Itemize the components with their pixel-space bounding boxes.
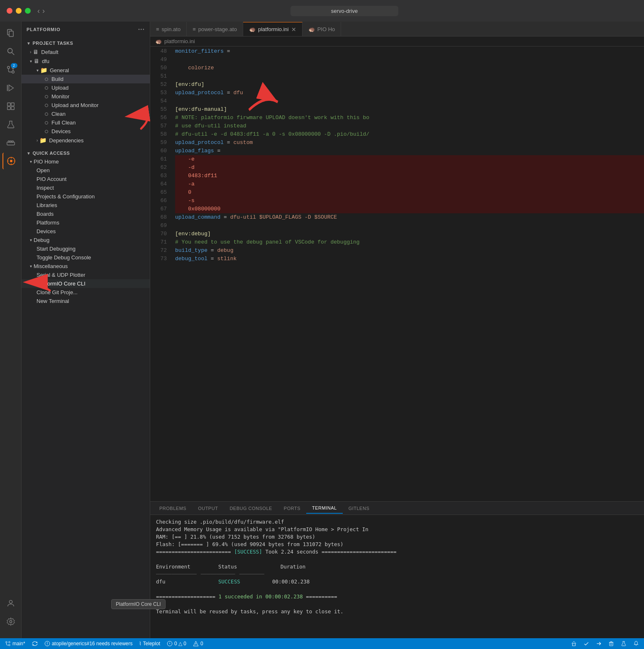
tree-default[interactable]: › 🖥 Default xyxy=(22,47,150,56)
status-branch[interactable]: main* xyxy=(5,641,25,647)
line-num: 59 xyxy=(150,139,167,147)
tree-miscellaneous[interactable]: ▾ Miscellaneous xyxy=(22,262,150,271)
minimize-button[interactable] xyxy=(16,8,22,14)
source-control-badge: 2 xyxy=(11,63,17,68)
activity-platformio[interactable] xyxy=(2,153,19,169)
line-num: 68 xyxy=(150,213,167,222)
tree-item-label: Inspect xyxy=(37,185,54,191)
tab-output[interactable]: OUTPUT xyxy=(192,503,224,513)
activity-flask[interactable] xyxy=(2,116,19,133)
cell-env: dfu xyxy=(156,578,218,586)
status-errors[interactable]: atopile/generics#16 needs reviewers xyxy=(44,641,133,647)
activity-account[interactable] xyxy=(2,595,19,612)
tab-ports[interactable]: PORTS xyxy=(278,503,306,513)
section-project-tasks: ▼ PROJECT TASKS xyxy=(22,37,150,47)
line-num: 67 xyxy=(150,205,167,213)
code-line: monitor_filters = xyxy=(175,47,644,56)
tab-spin-ato[interactable]: ≡ spin.ato xyxy=(150,22,187,36)
terminal-content: Checking size .pio/build/dfu/firmware.el… xyxy=(150,515,644,638)
code-editor[interactable]: 48 49 50 51 52 53 54 55 56 57 58 59 60 6… xyxy=(150,46,644,501)
tab-label: platformio.ini xyxy=(258,26,289,32)
status-teleplot[interactable]: ⌇ Teleplot xyxy=(139,641,160,647)
activity-settings[interactable] xyxy=(2,613,19,630)
tree-general[interactable]: ▾ 📁 General xyxy=(22,66,150,75)
tree-new-terminal[interactable]: New Terminal xyxy=(22,297,150,305)
tree-boards[interactable]: Boards xyxy=(22,210,150,218)
tab-power-stage[interactable]: ≡ power-stage.ato xyxy=(187,22,243,36)
nav-forward-button[interactable]: › xyxy=(42,7,45,15)
tree-debug[interactable]: ▾ Debug xyxy=(22,236,150,244)
tree-monitor[interactable]: Monitor xyxy=(22,92,150,101)
tab-gitlens[interactable]: GITLENS xyxy=(343,503,376,513)
terminal-area: PROBLEMS OUTPUT DEBUG CONSOLE PORTS TERM… xyxy=(150,501,644,638)
tab-close-icon[interactable]: ✕ xyxy=(291,26,296,33)
tree-libraries[interactable]: Libraries xyxy=(22,201,150,210)
code-line: upload_command = dfu-util $UPLOAD_FLAGS … xyxy=(175,213,644,222)
code-line: [env:dfu-manual] xyxy=(175,105,644,114)
tree-item-label: Upload and Monitor xyxy=(51,102,98,108)
cell-duration: 00:00:02.238 xyxy=(272,578,334,586)
maximize-button[interactable] xyxy=(25,8,31,14)
code-line: -e xyxy=(175,155,644,163)
tree-start-debugging[interactable]: Start Debugging xyxy=(22,244,150,253)
tree-toggle-debug[interactable]: Toggle Debug Console xyxy=(22,253,150,262)
tree-dependencies[interactable]: › 📁 Dependencies xyxy=(22,136,150,145)
sidebar-more-icon[interactable]: ··· xyxy=(138,26,145,33)
tab-platformio-ini[interactable]: 🦔 platformio.ini ✕ xyxy=(243,22,302,36)
tab-problems[interactable]: PROBLEMS xyxy=(154,503,192,513)
activity-run[interactable] xyxy=(2,80,19,96)
tab-pio-home[interactable]: 🦔 PIO Ho xyxy=(302,22,342,36)
tree-projects-config[interactable]: Projects & Configuration xyxy=(22,192,150,201)
tree-platforms[interactable]: Platforms xyxy=(22,218,150,227)
activity-extensions[interactable] xyxy=(2,98,19,115)
tree-full-clean[interactable]: Full Clean xyxy=(22,118,150,127)
code-line: 0 xyxy=(175,188,644,197)
status-issues[interactable]: 0 △ 0 xyxy=(167,641,186,647)
status-bell-icon[interactable] xyxy=(633,641,639,647)
col-environment: Environment xyxy=(156,563,218,571)
tree-clone-git[interactable]: Clone Git Proje... xyxy=(22,288,150,297)
tree-upload[interactable]: Upload xyxy=(22,83,150,92)
status-warnings[interactable]: 0 xyxy=(193,641,203,647)
activity-search[interactable] xyxy=(2,43,19,60)
activity-docker[interactable] xyxy=(2,134,19,151)
tree-pio-home[interactable]: ▾ PIO Home xyxy=(22,157,150,166)
nav-back-button[interactable]: ‹ xyxy=(37,7,40,15)
status-arrow-icon[interactable] xyxy=(596,641,602,647)
tree-item-label: Devices xyxy=(37,228,56,234)
tree-dfu[interactable]: ▾ 🖥 dfu xyxy=(22,56,150,66)
tab-terminal[interactable]: TERMINAL xyxy=(306,503,343,514)
tree-devices-general[interactable]: Devices xyxy=(22,127,150,136)
tree-upload-and-monitor[interactable]: Upload and Monitor xyxy=(22,101,150,110)
terminal-line xyxy=(156,600,638,608)
warnings-label: 0 xyxy=(200,641,203,647)
status-flask-icon[interactable] xyxy=(621,641,627,647)
code-line: 0483:df11 xyxy=(175,172,644,180)
terminal-line: ======================== [SUCCESS] Took … xyxy=(156,548,638,556)
tree-open[interactable]: Open xyxy=(22,166,150,175)
line-num: 52 xyxy=(150,81,167,89)
tab-icon: ≡ xyxy=(193,26,196,32)
tree-clean[interactable]: Clean xyxy=(22,110,150,118)
svg-point-32 xyxy=(6,642,7,643)
tree-pio-account[interactable]: PIO Account xyxy=(22,175,150,183)
tree-build[interactable]: Build xyxy=(22,75,150,83)
status-check-icon[interactable] xyxy=(583,641,589,647)
activity-explorer[interactable] xyxy=(2,25,19,41)
tree-serial-plotter[interactable]: Serial & UDP Plotter xyxy=(22,271,150,279)
status-trash-icon[interactable] xyxy=(608,641,614,647)
activity-source-control[interactable]: 2 xyxy=(2,61,19,78)
tree-platformio-core-cli[interactable]: PlatformIO Core CLI xyxy=(22,279,150,288)
title-search-input[interactable] xyxy=(290,6,398,16)
title-bar: ‹ › xyxy=(0,0,644,22)
tree-item-label: Dependencies xyxy=(49,137,83,144)
status-sync[interactable] xyxy=(32,641,38,647)
tree-inspect[interactable]: Inspect xyxy=(22,183,150,192)
tree-devices-quick[interactable]: Devices xyxy=(22,227,150,236)
tab-icon: 🦔 xyxy=(249,26,256,32)
close-button[interactable] xyxy=(7,8,12,14)
line-num: 71 xyxy=(150,238,167,246)
status-home-icon[interactable] xyxy=(571,641,577,647)
tab-debug-console[interactable]: DEBUG CONSOLE xyxy=(224,503,278,513)
tree-item-label: PlatformIO Core CLI xyxy=(37,281,85,287)
